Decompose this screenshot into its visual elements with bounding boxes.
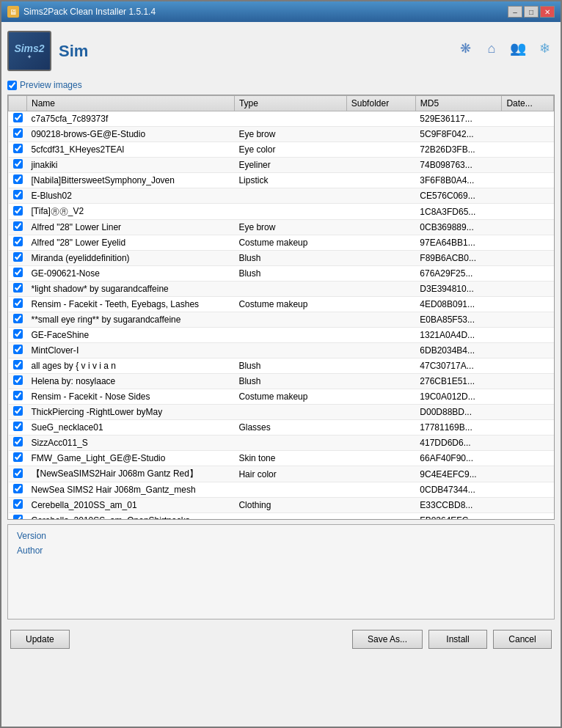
row-checkbox-cell[interactable]: [9, 451, 27, 466]
row-checkbox[interactable]: [13, 174, 23, 184]
row-checkbox[interactable]: [13, 252, 23, 262]
table-row[interactable]: Cerebella_2010SS_am_01ClothingE33CCBD8..…: [9, 498, 554, 513]
people-icon[interactable]: 👥: [508, 38, 528, 59]
row-checkbox-cell[interactable]: [9, 297, 27, 312]
table-row[interactable]: 090218-brows-GE@E-StudioEye brow5C9F8F04…: [9, 127, 554, 142]
table-row[interactable]: NewSea SIMS2 Hair J068m_Gantz_mesh0CDB47…: [9, 482, 554, 498]
row-checkbox[interactable]: [13, 283, 23, 293]
row-checkbox-cell[interactable]: [9, 204, 27, 220]
table-row[interactable]: [Nabila]BittersweetSymphony_JovenLipstic…: [9, 173, 554, 188]
row-checkbox[interactable]: [13, 237, 23, 246]
col-subfolder[interactable]: Subfolder: [346, 96, 415, 111]
row-checkbox-cell[interactable]: [9, 251, 27, 266]
row-checkbox-cell[interactable]: [9, 188, 27, 204]
row-checkbox[interactable]: [13, 484, 23, 493]
minimize-button[interactable]: –: [508, 6, 522, 18]
row-checkbox[interactable]: [13, 360, 23, 369]
table-row[interactable]: jinakikiEyeliner74B098763...: [9, 158, 554, 173]
row-checkbox-cell[interactable]: [9, 405, 27, 420]
row-checkbox-cell[interactable]: [9, 498, 27, 513]
table-row[interactable]: GE-090621-NoseBlush676A29F25...: [9, 266, 554, 282]
snowflake-icon[interactable]: ❋: [455, 38, 475, 59]
save-as-button[interactable]: Save As...: [352, 630, 423, 649]
row-checkbox[interactable]: [13, 268, 23, 277]
row-checkbox-cell[interactable]: [9, 435, 27, 451]
table-row[interactable]: Helena by: nosylaaceBlush276CB1E51...: [9, 374, 554, 389]
table-row[interactable]: FMW_Game_Light_GE@E-StudioSkin tone66AF4…: [9, 451, 554, 466]
house-icon[interactable]: ⌂: [481, 38, 502, 59]
table-row[interactable]: Cerebella_2010SS_am_OpenShirtnecks...FB0…: [9, 513, 554, 521]
col-check[interactable]: [9, 96, 27, 111]
table-row[interactable]: all ages by { v i v i a nBlush47C30717A.…: [9, 359, 554, 374]
row-checkbox[interactable]: [13, 499, 23, 509]
arrow-icon[interactable]: ❄: [534, 38, 555, 59]
preview-images-label[interactable]: Preview images: [7, 80, 82, 90]
row-checkbox[interactable]: [13, 190, 23, 199]
table-row[interactable]: c7a75cfa_7c89373f529E36117...: [9, 111, 554, 127]
row-checkbox[interactable]: [13, 515, 23, 520]
table-row[interactable]: Rensim - Facekit - Teeth, Eyebags, Lashe…: [9, 297, 554, 312]
table-row[interactable]: Alfred "28" Lower EyelidCostume makeup97…: [9, 235, 554, 251]
files-table-container[interactable]: Name Type Subfolder MD5 Date... c7a75cfa…: [7, 95, 555, 520]
row-checkbox[interactable]: [13, 298, 23, 308]
preview-images-checkbox[interactable]: [7, 81, 17, 90]
row-checkbox[interactable]: [13, 206, 23, 216]
row-checkbox-cell[interactable]: [9, 142, 27, 158]
row-checkbox[interactable]: [13, 345, 23, 354]
row-checkbox[interactable]: [13, 375, 23, 385]
table-row[interactable]: SueG_necklace01Glasses17781169B...: [9, 420, 554, 435]
row-checkbox-cell[interactable]: [9, 158, 27, 173]
install-button[interactable]: Install: [428, 630, 487, 649]
row-checkbox-cell[interactable]: [9, 111, 27, 127]
col-date[interactable]: Date...: [502, 96, 554, 111]
row-checkbox-cell[interactable]: [9, 220, 27, 235]
table-row[interactable]: **small eye ring** by sugarandcaffeineE0…: [9, 312, 554, 328]
row-checkbox-cell[interactable]: [9, 513, 27, 521]
row-checkbox[interactable]: [13, 391, 23, 400]
table-row[interactable]: 【NewSeaSIMS2Hair J068m Gantz Red】Hair co…: [9, 466, 554, 482]
update-button[interactable]: Update: [10, 630, 70, 649]
row-checkbox-cell[interactable]: [9, 420, 27, 435]
table-row[interactable]: E-Blush02CE576C069...: [9, 188, 554, 204]
row-checkbox[interactable]: [13, 422, 23, 431]
col-name[interactable]: Name: [27, 96, 235, 111]
row-checkbox[interactable]: [13, 329, 23, 339]
row-checkbox-cell[interactable]: [9, 282, 27, 297]
row-checkbox-cell[interactable]: [9, 173, 27, 188]
close-button[interactable]: ✕: [540, 6, 555, 18]
row-checkbox-cell[interactable]: [9, 343, 27, 359]
row-checkbox-cell[interactable]: [9, 235, 27, 251]
row-checkbox-cell[interactable]: [9, 389, 27, 405]
table-row[interactable]: *light shadow* by sugarandcaffeineD3E394…: [9, 282, 554, 297]
table-row[interactable]: [Tifa]㊊㊊_V21C8A3FD65...: [9, 204, 554, 220]
col-type[interactable]: Type: [234, 96, 346, 111]
table-row[interactable]: Rensim - Facekit - Nose SidesCostume mak…: [9, 389, 554, 405]
col-md5[interactable]: MD5: [415, 96, 502, 111]
row-checkbox[interactable]: [13, 128, 23, 138]
row-checkbox-cell[interactable]: [9, 127, 27, 142]
table-row[interactable]: GE-FaceShine1321A0A4D...: [9, 328, 554, 343]
row-checkbox[interactable]: [13, 144, 23, 153]
row-checkbox-cell[interactable]: [9, 466, 27, 482]
row-checkbox[interactable]: [13, 221, 23, 231]
table-row[interactable]: 5cfcdf31_KHeyes2TEAlEye color72B26D3FB..…: [9, 142, 554, 158]
maximize-button[interactable]: □: [524, 6, 539, 18]
table-row[interactable]: SizzAcc011_S417DD6D6...: [9, 435, 554, 451]
row-checkbox[interactable]: [13, 468, 23, 478]
row-checkbox-cell[interactable]: [9, 312, 27, 328]
row-checkbox[interactable]: [13, 452, 23, 462]
row-checkbox-cell[interactable]: [9, 374, 27, 389]
row-checkbox-cell[interactable]: [9, 328, 27, 343]
table-row[interactable]: Alfred "28" Lower LinerEye brow0CB369889…: [9, 220, 554, 235]
row-checkbox[interactable]: [13, 159, 23, 169]
row-checkbox[interactable]: [13, 406, 23, 416]
table-row[interactable]: MintClover-Ⅰ6DB2034B4...: [9, 343, 554, 359]
table-row[interactable]: ThickPiercing -RightLower byMayD00D88BD.…: [9, 405, 554, 420]
table-row[interactable]: Miranda (eyeliddefinition)BlushF89B6ACB0…: [9, 251, 554, 266]
row-checkbox-cell[interactable]: [9, 359, 27, 374]
cancel-button[interactable]: Cancel: [493, 630, 552, 649]
row-checkbox[interactable]: [13, 314, 23, 323]
row-checkbox-cell[interactable]: [9, 266, 27, 282]
row-checkbox[interactable]: [13, 113, 23, 122]
row-checkbox-cell[interactable]: [9, 482, 27, 498]
